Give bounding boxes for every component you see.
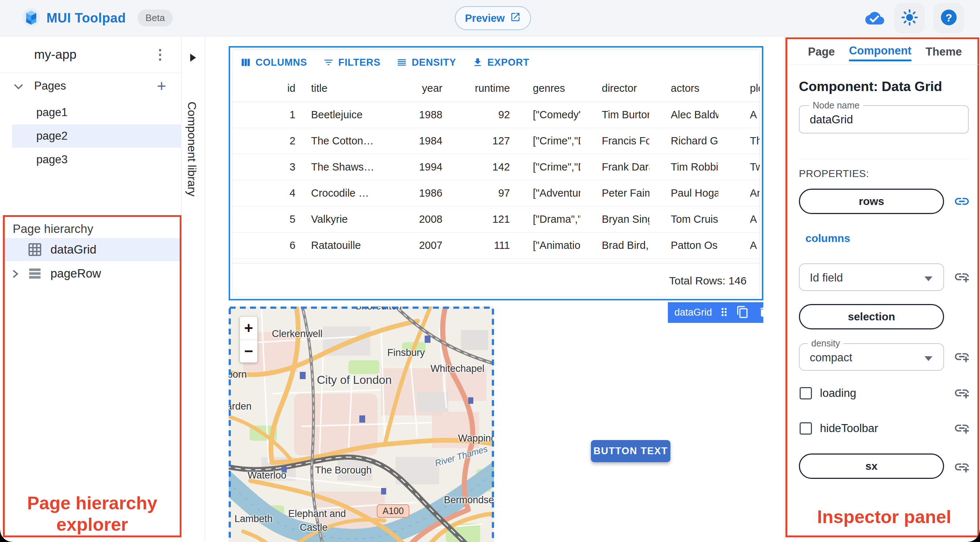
table-cell[interactable]: 111 — [444, 240, 511, 251]
column-header[interactable]: plot — [718, 83, 760, 94]
drag-handle-icon[interactable] — [718, 306, 730, 319]
table-cell[interactable]: Patton Os… — [649, 240, 718, 251]
column-header[interactable]: genres — [511, 83, 581, 94]
duplicate-icon[interactable] — [736, 305, 749, 320]
table-cell[interactable]: 1988 — [394, 109, 444, 121]
table-cell[interactable]: 6 — [232, 240, 297, 251]
sx-property-button[interactable]: sx — [799, 453, 944, 479]
table-row[interactable]: 6Ratatouille2007111["Animatio…Brad Bird,… — [232, 232, 760, 259]
filters-button[interactable]: FILTERS — [323, 57, 380, 68]
add-binding-icon[interactable] — [953, 269, 970, 285]
table-cell[interactable]: ["Drama","… — [511, 213, 581, 225]
table-cell[interactable]: 97 — [444, 187, 511, 199]
table-cell[interactable]: ["Crime","D… — [511, 135, 581, 147]
node-name-field[interactable]: Node name dataGrid — [799, 105, 969, 134]
table-row[interactable]: 3The Shaws…1994142["Crime","D…Frank Dara… — [232, 154, 760, 180]
project-menu-kebab-icon[interactable]: ⋮ — [153, 46, 167, 62]
column-header[interactable]: runtime — [444, 83, 511, 94]
table-cell[interactable]: 127 — [444, 135, 511, 147]
sidebar-item-page1[interactable]: page1 — [12, 101, 181, 124]
column-header[interactable]: id — [232, 83, 297, 94]
hierarchy-item-datagrid[interactable]: dataGrid — [5, 238, 180, 261]
add-page-icon[interactable]: + — [157, 78, 166, 94]
table-cell[interactable]: Tim Robbi… — [649, 161, 718, 173]
export-button[interactable]: EXPORT — [472, 57, 530, 68]
table-cell[interactable]: Peter Faim… — [581, 187, 649, 199]
table-cell[interactable]: A dr — [718, 213, 760, 225]
table-cell[interactable]: 3 — [232, 161, 297, 173]
column-header[interactable]: actors — [649, 83, 718, 94]
columns-property-link[interactable]: columns — [805, 232, 850, 245]
add-binding-icon[interactable] — [953, 459, 970, 475]
table-cell[interactable]: The Shaws… — [297, 161, 394, 173]
help-button[interactable]: ? — [934, 3, 964, 33]
table-cell[interactable]: A ra — [718, 240, 760, 251]
columns-button[interactable]: COLUMNS — [240, 57, 307, 68]
theme-toggle-button[interactable] — [894, 3, 925, 33]
add-binding-icon[interactable] — [953, 420, 970, 436]
tab-page[interactable]: Page — [808, 45, 835, 60]
hidetoolbar-checkbox[interactable] — [800, 422, 812, 435]
table-cell[interactable]: Richard Ge… — [649, 135, 718, 147]
tab-theme[interactable]: Theme — [926, 45, 962, 60]
delete-icon[interactable] — [758, 306, 770, 319]
table-row[interactable]: 5Valkyrie2008121["Drama","…Bryan Sing…To… — [232, 207, 760, 232]
table-cell[interactable]: 121 — [444, 213, 511, 225]
column-header[interactable]: director — [581, 83, 649, 94]
table-cell[interactable]: ["Comedy",… — [511, 109, 581, 121]
density-select[interactable]: density compact — [799, 343, 944, 371]
table-cell[interactable]: Beetlejuice — [297, 109, 394, 121]
table-cell[interactable]: Bryan Sing… — [581, 213, 649, 225]
table-row[interactable]: 2The Cotton…1984127["Crime","D…Francis F… — [232, 128, 760, 154]
table-cell[interactable]: 1986 — [394, 187, 444, 199]
table-cell[interactable]: Paul Hoga… — [649, 187, 718, 199]
table-cell[interactable]: The Cotton… — [297, 135, 394, 147]
table-cell[interactable]: 2 — [232, 135, 297, 147]
table-cell[interactable]: 4 — [232, 187, 297, 199]
loading-checkbox[interactable] — [800, 387, 812, 399]
component-library-panel[interactable]: Component library — [181, 36, 205, 542]
table-cell[interactable]: Francis For… — [581, 135, 649, 147]
add-binding-icon[interactable] — [953, 385, 970, 401]
table-cell[interactable]: ["Animatio… — [511, 240, 581, 251]
table-cell[interactable]: Tim Burton — [581, 109, 649, 121]
table-cell[interactable]: Tom Cruis… — [649, 213, 718, 225]
table-cell[interactable]: A co — [718, 109, 760, 121]
table-cell[interactable]: 5 — [232, 213, 297, 225]
density-button[interactable]: DENSITY — [396, 57, 456, 68]
canvas-button-component[interactable]: BUTTON TEXT — [591, 440, 670, 462]
table-cell[interactable]: Brad Bird, … — [581, 240, 649, 251]
table-cell[interactable]: ["Crime","D… — [511, 161, 581, 173]
sidebar-item-page2[interactable]: page2 — [12, 124, 181, 148]
datagrid-component[interactable]: COLUMNS FILTERS DENSITY EXPORT — [229, 46, 763, 300]
table-cell[interactable]: Ratatouille — [297, 240, 394, 251]
table-cell[interactable]: 1984 — [394, 135, 444, 147]
table-cell[interactable]: 2008 — [394, 213, 444, 225]
table-row[interactable]: 1Beetlejuice198892["Comedy",…Tim BurtonA… — [232, 102, 760, 128]
binding-link-icon[interactable] — [953, 193, 970, 210]
zoom-in-button[interactable]: + — [240, 317, 257, 340]
sidebar-item-page3[interactable]: page3 — [12, 148, 181, 171]
table-cell[interactable]: Frank Dara… — [581, 161, 649, 173]
table-cell[interactable]: Crocodile … — [297, 187, 394, 199]
sync-status-button[interactable] — [859, 3, 890, 33]
table-cell[interactable]: The — [718, 135, 760, 147]
table-cell[interactable]: ["Adventur… — [511, 187, 581, 199]
tab-component[interactable]: Component — [849, 44, 912, 61]
table-cell[interactable]: Valkyrie — [297, 213, 394, 225]
table-cell[interactable]: Alec Baldw… — [649, 109, 718, 121]
table-row[interactable]: 4Crocodile …198697["Adventur…Peter Faim…… — [232, 180, 760, 207]
preview-button[interactable]: Preview — [455, 6, 531, 30]
table-cell[interactable]: 92 — [444, 109, 511, 121]
pages-section-header[interactable]: Pages + — [0, 73, 181, 99]
table-cell[interactable]: 142 — [444, 161, 511, 173]
table-cell[interactable]: An A — [718, 187, 760, 199]
zoom-out-button[interactable]: − — [240, 340, 257, 363]
table-cell[interactable]: 1994 — [394, 161, 444, 173]
table-cell[interactable]: Two — [718, 161, 760, 173]
id-field-select[interactable]: Id field — [799, 263, 944, 291]
map-component[interactable]: Shoreditch Clerkenwell Finsbury Whitecha… — [229, 307, 494, 542]
rows-property-button[interactable]: rows — [799, 189, 944, 214]
hierarchy-item-pagerow[interactable]: pageRow — [5, 262, 180, 285]
table-cell[interactable]: 2007 — [394, 240, 444, 251]
